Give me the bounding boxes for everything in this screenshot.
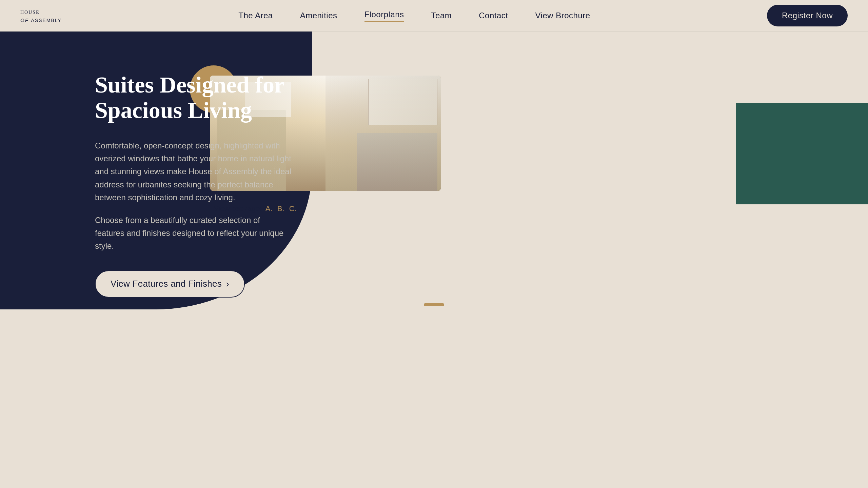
hero-content: Suites Designed for Spacious Living Comf… (95, 72, 292, 298)
living-area (326, 76, 441, 191)
view-features-button[interactable]: View Features and Finishes › (95, 270, 245, 298)
hero-title: Suites Designed for Spacious Living (95, 72, 292, 123)
hero-section: Suites Designed for Spacious Living Comf… (0, 32, 868, 316)
view-package-section: View package: A. B. C. (214, 204, 297, 213)
hero-description-1: Comfortable, open-concept design, highli… (95, 139, 292, 204)
package-a-link[interactable]: A. (265, 204, 273, 213)
logo[interactable]: HOUSE of ASSEMBLY (20, 7, 62, 24)
nav-view-brochure[interactable]: View Brochure (535, 11, 590, 20)
package-c-link[interactable]: C. (289, 204, 297, 213)
logo-text: HOUSE of ASSEMBLY (20, 7, 62, 24)
nav-floorplans[interactable]: Floorplans (364, 10, 404, 22)
nav-contact[interactable]: Contact (479, 11, 508, 20)
hero-description-2: Choose from a beautifully curated select… (95, 214, 292, 253)
view-package-label: View package: (214, 204, 262, 213)
header: HOUSE of ASSEMBLY The Area Amenities Flo… (0, 0, 868, 32)
nav-the-area[interactable]: The Area (238, 11, 273, 20)
package-b-link[interactable]: B. (277, 204, 284, 213)
arrow-icon: › (226, 279, 229, 289)
main-nav: The Area Amenities Floorplans Team Conta… (238, 10, 590, 22)
view-features-label: View Features and Finishes (111, 279, 222, 289)
nav-amenities[interactable]: Amenities (300, 11, 337, 20)
scroll-indicator (424, 303, 444, 306)
nav-team[interactable]: Team (431, 11, 452, 20)
green-accent-block (736, 103, 868, 204)
register-button[interactable]: Register Now (767, 5, 848, 26)
